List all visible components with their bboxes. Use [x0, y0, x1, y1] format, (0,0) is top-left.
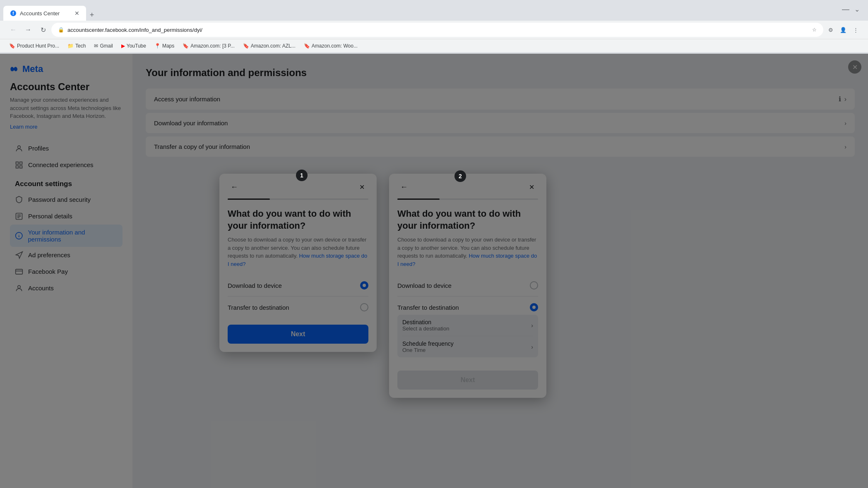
chrome-minimize[interactable]: —: [842, 5, 849, 14]
amazon-icon-2: 🔖: [243, 43, 249, 49]
lock-icon: 🔒: [58, 27, 64, 33]
reload-button[interactable]: ↻: [36, 23, 50, 36]
step-badge-2: 2: [454, 170, 466, 182]
step-badge-1: 1: [296, 170, 308, 181]
back-button[interactable]: ←: [7, 23, 20, 36]
bookmark-amazon1[interactable]: 🔖 Amazon.com: [3 P...: [180, 42, 237, 50]
folder-icon: 📁: [67, 43, 74, 49]
tab-title: Accounts Center: [20, 10, 71, 17]
bookmark-product-hunt[interactable]: 🔖 Product Hunt Pro...: [7, 42, 62, 50]
active-tab[interactable]: f Accounts Center ✕: [3, 6, 86, 21]
amazon-icon-3: 🔖: [304, 43, 310, 49]
bookmark-amazon2[interactable]: 🔖 Amazon.com: AZL...: [240, 42, 298, 50]
bookmark-tech[interactable]: 📁 Tech: [65, 42, 88, 50]
browser-chrome: f Accounts Center ✕ + — ⌄ ← → ↻ 🔒 accoun…: [0, 0, 868, 54]
main-content: Meta Accounts Center Manage your connect…: [0, 54, 868, 488]
bookmark-youtube[interactable]: ▶ YouTube: [119, 42, 149, 50]
bookmarks-bar: 🔖 Product Hunt Pro... 📁 Tech ✉ Gmail ▶ Y…: [0, 39, 868, 52]
forward-button[interactable]: →: [22, 23, 35, 36]
tab-close-button[interactable]: ✕: [75, 10, 79, 17]
more-button[interactable]: ⋮: [850, 24, 861, 36]
new-tab-button[interactable]: +: [86, 9, 98, 21]
address-bar[interactable]: 🔒 accountscenter.facebook.com/info_and_p…: [51, 23, 823, 37]
tab-favicon: f: [10, 10, 17, 17]
extensions-button[interactable]: ⚙: [825, 24, 837, 36]
maps-icon: 📍: [154, 43, 161, 49]
bookmark-maps[interactable]: 📍 Maps: [152, 42, 177, 50]
bookmark-star-icon[interactable]: ☆: [812, 27, 817, 33]
amazon-icon-1: 🔖: [183, 43, 189, 49]
tab-bar: f Accounts Center ✕ + — ⌄: [0, 0, 868, 21]
url-text: accountscenter.facebook.com/info_and_per…: [67, 27, 809, 33]
overlay: [0, 54, 868, 488]
chrome-dropdown[interactable]: ⌄: [854, 5, 860, 13]
profile-button[interactable]: 👤: [837, 24, 849, 36]
bookmark-gmail[interactable]: ✉ Gmail: [91, 42, 115, 50]
toolbar: ← → ↻ 🔒 accountscenter.facebook.com/info…: [0, 21, 868, 39]
bookmark-amazon3[interactable]: 🔖 Amazon.com: Woo...: [301, 42, 360, 50]
youtube-icon: ▶: [121, 43, 125, 49]
toolbar-icons: ⚙ 👤 ⋮: [825, 24, 861, 36]
gmail-icon: ✉: [94, 43, 98, 49]
bookmark-icon: 🔖: [9, 43, 15, 49]
